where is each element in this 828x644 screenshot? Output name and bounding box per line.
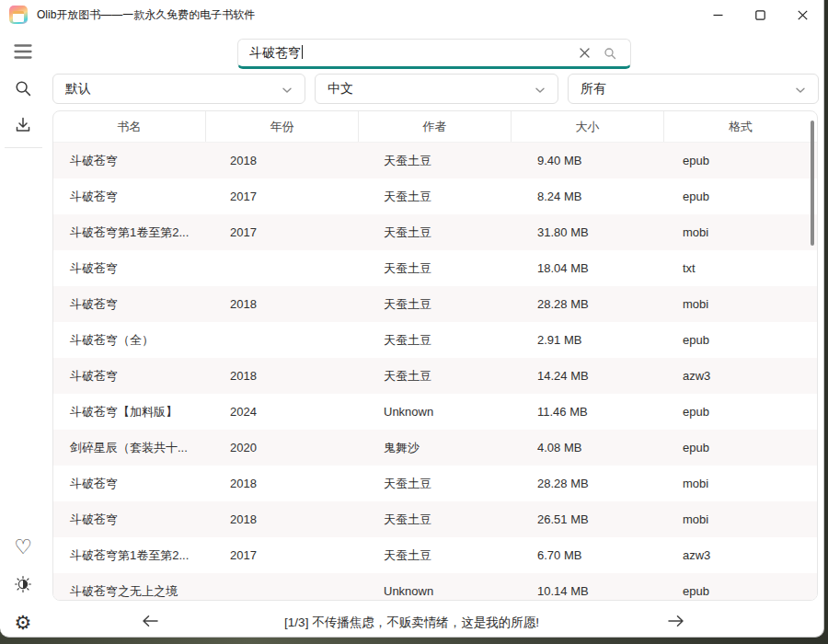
- download-nav-button[interactable]: [7, 109, 39, 141]
- cell-size: 8.24 MB: [512, 190, 664, 203]
- column-header-2[interactable]: 作者: [359, 111, 512, 142]
- minimize-button[interactable]: [696, 0, 739, 29]
- close-icon: [798, 10, 808, 20]
- search-input[interactable]: 斗破苍穹: [237, 39, 631, 69]
- scrollbar-thumb[interactable]: [811, 121, 814, 246]
- column-header-1[interactable]: 年份: [206, 111, 359, 142]
- clear-search-button[interactable]: [571, 40, 597, 66]
- cell-title: 斗破苍穹: [53, 368, 206, 385]
- cell-size: 28.28 MB: [512, 477, 664, 490]
- search-value: 斗破苍穹: [249, 45, 571, 62]
- favorites-button[interactable]: ♡: [7, 532, 39, 563]
- language-dropdown[interactable]: 中文: [315, 74, 558, 104]
- sidebar-divider: [5, 147, 42, 148]
- cell-title: 斗破苍穹之无上之境: [53, 583, 206, 600]
- contrast-icon: [13, 574, 33, 594]
- heart-icon: ♡: [14, 537, 32, 558]
- search-nav-button[interactable]: [7, 73, 39, 104]
- cell-format: epub: [664, 405, 817, 419]
- cell-title: 斗破苍穹第1卷至第2...: [53, 224, 206, 241]
- cell-year: 2018: [206, 477, 359, 490]
- table-row[interactable]: 剑碎星辰（套装共十... 2020 鬼舞沙 4.08 MB epub: [53, 430, 817, 466]
- chevron-down-icon: [282, 81, 293, 98]
- table-row[interactable]: 斗破苍穹第1卷至第2... 2017 天蚕土豆 31.80 MB mobi: [53, 214, 817, 250]
- cell-year: 2018: [206, 369, 359, 383]
- window-controls: [696, 0, 823, 29]
- cell-year: 2018: [206, 154, 359, 167]
- cell-title: 斗破苍穹: [53, 296, 206, 313]
- cell-year: 2017: [206, 190, 359, 203]
- cell-year: 2020: [206, 441, 359, 454]
- cell-format: azw3: [664, 548, 817, 562]
- cell-format: epub: [664, 190, 817, 203]
- window-title: Olib开放图书——一款永久免费的电子书软件: [37, 7, 255, 23]
- format-dropdown[interactable]: 所有: [568, 74, 819, 104]
- cell-size: 31.80 MB: [512, 225, 664, 239]
- cell-title: 斗破苍穹: [53, 189, 206, 205]
- table-header: 书名年份作者大小格式: [53, 111, 817, 143]
- table-body: 斗破苍穹 2018 天蚕土豆 9.40 MB epub 斗破苍穹 2017 天蚕…: [53, 143, 817, 601]
- table-row[interactable]: 斗破苍穹 2018 天蚕土豆 28.28 MB mobi: [53, 286, 817, 322]
- cell-title: 斗破苍穹【加料版】: [53, 404, 206, 420]
- cell-title: 斗破苍穹第1卷至第2...: [53, 547, 206, 564]
- cell-format: mobi: [664, 477, 817, 490]
- text-caret: [302, 45, 303, 59]
- cell-author: Unknown: [359, 405, 512, 419]
- column-header-0[interactable]: 书名: [53, 111, 206, 142]
- cell-size: 26.51 MB: [512, 512, 664, 526]
- table-row[interactable]: 斗破苍穹第1卷至第2... 2017 天蚕土豆 6.70 MB azw3: [53, 537, 817, 573]
- table-row[interactable]: 斗破苍穹 2018 天蚕土豆 26.51 MB mobi: [53, 501, 817, 537]
- table-row[interactable]: 斗破苍穹【加料版】 2024 Unknown 11.46 MB epub: [53, 394, 817, 430]
- cell-format: txt: [664, 261, 817, 275]
- minimize-icon: [713, 10, 723, 20]
- cell-year: 2017: [206, 548, 359, 562]
- cell-format: epub: [664, 154, 817, 167]
- table-row[interactable]: 斗破苍穹 天蚕土豆 18.04 MB txt: [53, 250, 817, 286]
- cell-title: 斗破苍穹: [53, 260, 206, 277]
- cell-author: 天蚕土豆: [359, 476, 512, 492]
- table-row[interactable]: 斗破苍穹 2017 天蚕土豆 8.24 MB epub: [53, 178, 817, 214]
- cell-year: 2018: [206, 512, 359, 526]
- table-row[interactable]: 斗破苍穹 2018 天蚕土豆 14.24 MB azw3: [53, 358, 817, 394]
- app-logo-icon: [9, 6, 28, 24]
- column-header-3[interactable]: 大小: [512, 111, 664, 142]
- cell-author: 天蚕土豆: [359, 189, 512, 205]
- cell-year: 2017: [206, 225, 359, 239]
- maximize-button[interactable]: [739, 0, 781, 29]
- cell-format: epub: [664, 333, 817, 347]
- sort-dropdown[interactable]: 默认: [52, 74, 305, 104]
- cell-year: 2018: [206, 297, 359, 311]
- table-row[interactable]: 斗破苍穹 2018 天蚕土豆 9.40 MB epub: [53, 143, 817, 178]
- maximize-icon: [755, 10, 765, 20]
- cell-author: 鬼舞沙: [359, 440, 512, 456]
- cell-size: 10.14 MB: [512, 584, 664, 598]
- chevron-down-icon: [535, 81, 546, 98]
- next-page-button[interactable]: [661, 606, 691, 636]
- cell-size: 11.46 MB: [512, 405, 664, 419]
- download-icon: [14, 116, 32, 134]
- cell-title: 斗破苍穹: [53, 512, 206, 528]
- chevron-down-icon: [795, 81, 806, 98]
- cell-format: epub: [664, 441, 817, 454]
- cell-title: 斗破苍穹: [53, 476, 206, 492]
- table-row[interactable]: 斗破苍穹 2018 天蚕土豆 28.28 MB mobi: [53, 466, 817, 501]
- cell-year: 2024: [206, 405, 359, 419]
- cell-author: 天蚕土豆: [359, 368, 512, 385]
- menu-button[interactable]: [7, 36, 39, 67]
- cell-title: 剑碎星辰（套装共十...: [53, 440, 206, 456]
- theme-toggle-button[interactable]: [7, 569, 39, 600]
- cell-format: mobi: [664, 512, 817, 526]
- cell-format: epub: [664, 584, 817, 598]
- column-header-4[interactable]: 格式: [664, 111, 817, 142]
- table-row[interactable]: 斗破苍穹（全） 天蚕土豆 2.91 MB epub: [53, 322, 817, 358]
- sort-dropdown-value: 默认: [65, 81, 91, 98]
- search-submit-button[interactable]: [597, 40, 623, 66]
- table-row[interactable]: 斗破苍穹之无上之境 Unknown 10.14 MB epub: [53, 573, 817, 601]
- cell-author: 天蚕土豆: [359, 547, 512, 564]
- cell-format: azw3: [664, 369, 817, 383]
- cell-size: 4.08 MB: [512, 441, 664, 454]
- format-dropdown-value: 所有: [581, 81, 606, 98]
- close-button[interactable]: [781, 0, 823, 29]
- cell-size: 28.28 MB: [512, 297, 664, 311]
- cell-format: mobi: [664, 225, 817, 239]
